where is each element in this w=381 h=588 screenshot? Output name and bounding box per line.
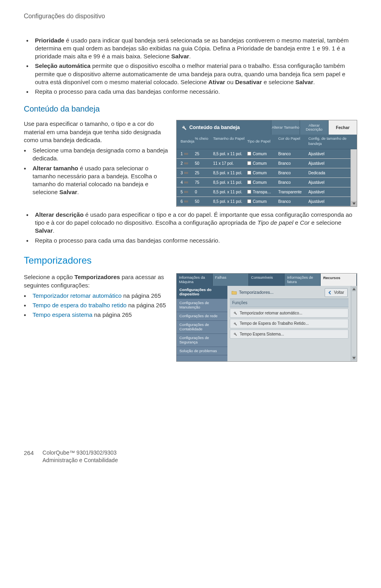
sidebar-item-security[interactable]: Configurações de Segurança bbox=[177, 334, 227, 347]
xref-link[interactable]: Tempo espera sistema bbox=[33, 311, 92, 318]
wrench-icon bbox=[233, 332, 237, 336]
term: Alterar descrição bbox=[35, 211, 84, 218]
scroll-down-icon[interactable] bbox=[351, 201, 357, 206]
sidebar-item-accounting[interactable]: Configurações de Contabilidade bbox=[177, 321, 227, 334]
text: na página 265 bbox=[92, 311, 132, 318]
table-row[interactable]: 6 508,5 pol. x 11 pol. Comum BrancoAjust… bbox=[177, 197, 350, 206]
table-row[interactable]: 3 258,5 pol. x 11 pol. Comum BrancoDedic… bbox=[177, 168, 350, 178]
swatch-icon bbox=[247, 199, 251, 203]
text: e bbox=[293, 219, 300, 226]
sidebar-item-device-settings[interactable]: Configurações do dispositivo bbox=[177, 286, 227, 299]
back-arrow-icon bbox=[328, 291, 332, 295]
text: é usado para indicar qual bandeja será s… bbox=[35, 37, 348, 60]
tab-billing[interactable]: Informações de fatura bbox=[285, 274, 321, 286]
continuation-list: Alterar descrição é usado para especific… bbox=[24, 211, 357, 245]
svg-rect-2 bbox=[184, 172, 188, 174]
sidebar: Configurações do dispositivo Configuraçõ… bbox=[177, 286, 227, 361]
scrollbar[interactable] bbox=[350, 149, 357, 206]
folder-open-icon bbox=[231, 290, 237, 295]
tab-consumables[interactable]: Consumíveis bbox=[249, 274, 285, 286]
tab-machine-info[interactable]: Informações da Máquina bbox=[177, 274, 213, 286]
text: ou bbox=[225, 79, 235, 85]
text: e selecione bbox=[262, 79, 295, 85]
doc-section: Administração e Contabilidade bbox=[42, 457, 118, 464]
text: e selecione bbox=[310, 219, 341, 226]
steps-list: Selecione uma bandeja designada como a b… bbox=[24, 147, 171, 197]
table-row[interactable]: 2 5011 x 17 pol. Comum BrancoAjustável bbox=[177, 159, 350, 168]
back-button[interactable]: Voltar bbox=[325, 288, 348, 297]
swatch-icon bbox=[247, 161, 251, 165]
tray-icon bbox=[184, 171, 188, 174]
change-size-button[interactable]: Alterar Tamanho bbox=[271, 120, 300, 135]
menu-item-system-timeout[interactable]: Tempo Espera Sistema... bbox=[230, 330, 348, 339]
tray-icon bbox=[184, 200, 188, 203]
subheading-conteudo: Conteúdo da bandeja bbox=[24, 104, 357, 114]
sidebar-item-troubleshoot[interactable]: Solução de problemas bbox=[177, 347, 227, 356]
table-row[interactable]: 1 258,5 pol. x 11 pol. Comum BrancoAjust… bbox=[177, 149, 350, 159]
screenshot-tray-contents: Conteúdo da bandeja Alterar Tamanho Alte… bbox=[176, 120, 357, 207]
group-header: Funções bbox=[230, 299, 348, 307]
link-list: Temporizador retomar automático na págin… bbox=[24, 292, 171, 319]
close-button[interactable]: Fechar bbox=[328, 120, 357, 135]
text: na página 265 bbox=[121, 292, 161, 299]
term: Seleção automática bbox=[35, 62, 90, 69]
scroll-up-icon[interactable] bbox=[352, 287, 356, 291]
tools-icon bbox=[181, 124, 187, 131]
product-name: ColorQube™ 9301/9302/9303 bbox=[42, 449, 118, 457]
term: Salvar bbox=[60, 189, 77, 195]
term: Salvar bbox=[295, 79, 313, 85]
svg-rect-5 bbox=[184, 200, 188, 202]
sidebar-item-network[interactable]: Configurações de rede bbox=[177, 312, 227, 321]
term: Alterar tamanho bbox=[33, 165, 78, 172]
page-header: Configurações do dispositivo bbox=[24, 12, 357, 21]
table-header: Bandeja % cheio Tamanho do Papel Tipo de… bbox=[177, 135, 357, 149]
list-item: Repita o processo para cada uma das band… bbox=[35, 237, 357, 245]
xref-link[interactable]: Tempo de espera do trabalho retido bbox=[33, 302, 127, 308]
term: Prioridade bbox=[35, 37, 64, 44]
list-item: Alterar descrição é usado para especific… bbox=[35, 211, 357, 235]
swatch-icon bbox=[247, 190, 251, 194]
tab-tools[interactable]: Recursos bbox=[321, 274, 357, 286]
xref-link[interactable]: Temporizador retomar automático bbox=[33, 292, 121, 299]
screenshot-timers: Informações da Máquina Falhas Consumívei… bbox=[176, 273, 357, 362]
scroll-down-icon[interactable] bbox=[352, 356, 356, 361]
sidebar-item-maintenance[interactable]: Configurações de Manutenção bbox=[177, 299, 227, 312]
term: Salvar bbox=[171, 53, 189, 60]
term: Salvar bbox=[35, 227, 53, 234]
paragraph: Selecione a opção Temporizadores para ac… bbox=[24, 273, 171, 289]
term: Ativar bbox=[208, 79, 225, 85]
wrench-icon bbox=[233, 321, 237, 326]
list-item: Selecione uma bandeja designada como a b… bbox=[33, 147, 171, 163]
content-panel: Voltar Temporizadores... Funções Tempori… bbox=[227, 286, 351, 361]
swatch-icon bbox=[247, 171, 251, 175]
page-number: 264 bbox=[24, 449, 34, 457]
svg-rect-0 bbox=[184, 153, 188, 155]
swatch-icon bbox=[247, 180, 251, 184]
text: . bbox=[53, 227, 54, 234]
page-footer: 264 ColorQube™ 9301/9302/9303 Administra… bbox=[24, 449, 357, 464]
svg-rect-4 bbox=[184, 191, 188, 193]
svg-rect-3 bbox=[184, 181, 188, 183]
table-row[interactable]: 4 758,5 pol. x 11 pol. Comum BrancoAjust… bbox=[177, 178, 350, 187]
tab-faults[interactable]: Falhas bbox=[213, 274, 249, 286]
text: na página 265 bbox=[127, 302, 166, 308]
svg-rect-1 bbox=[184, 162, 188, 164]
table-body: 1 258,5 pol. x 11 pol. Comum BrancoAjust… bbox=[177, 149, 350, 206]
text: . bbox=[313, 79, 315, 85]
scrollbar[interactable] bbox=[351, 286, 357, 361]
table-row[interactable]: 5 08,5 pol. x 11 pol. Transpa… Transpare… bbox=[177, 187, 350, 197]
menu-item-auto-resume[interactable]: Temporizador retomar automático... bbox=[230, 308, 348, 318]
list-item: Repita o processo para cada uma das band… bbox=[35, 88, 357, 96]
tray-icon bbox=[184, 162, 188, 165]
list-item: Tempo espera sistema na página 265 bbox=[33, 311, 171, 319]
tray-icon bbox=[184, 181, 188, 184]
tab-bar: Informações da Máquina Falhas Consumívei… bbox=[177, 274, 357, 286]
swatch-icon bbox=[247, 152, 251, 156]
paragraph: Use para especificar o tamanho, o tipo e… bbox=[24, 120, 171, 144]
wrench-icon bbox=[233, 310, 237, 315]
italic: Tipo de papel bbox=[257, 219, 293, 226]
list-item: Prioridade é usado para indicar qual ban… bbox=[35, 37, 357, 61]
menu-item-held-job[interactable]: Tempo de Espera do Trabalho Retido... bbox=[230, 319, 348, 328]
change-description-button[interactable]: Alterar Descrição bbox=[300, 120, 328, 135]
intro-list: Prioridade é usado para indicar qual ban… bbox=[24, 37, 357, 96]
